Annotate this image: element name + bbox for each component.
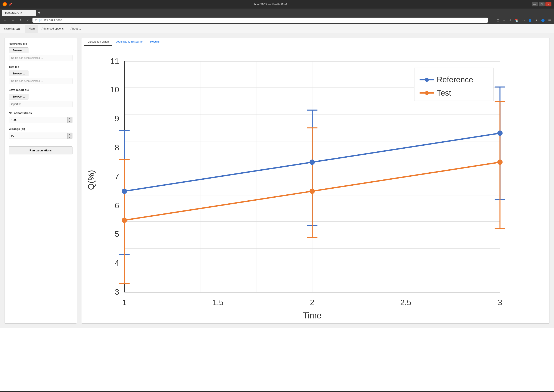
bootstraps-decrement-button[interactable]: ▼: [67, 120, 72, 123]
home-button[interactable]: ⌂: [25, 18, 31, 23]
new-tab-button[interactable]: +: [36, 9, 42, 16]
tab-advanced[interactable]: Advanced options: [38, 25, 67, 33]
firefox-logo: [3, 2, 7, 7]
svg-text:3: 3: [115, 288, 119, 296]
right-panel: Dissolution graph bootstrap f2 histogram…: [81, 38, 550, 323]
run-calculations-button[interactable]: Run calculations: [9, 147, 72, 154]
bookmarks-sidebar-button[interactable]: 📚: [514, 18, 520, 23]
pin-icon: 📌: [8, 3, 12, 6]
maximize-button[interactable]: □: [539, 2, 545, 7]
ci-range-section: CI range (%) ▲ ▼: [9, 127, 72, 139]
svg-text:3: 3: [498, 298, 502, 307]
tab-main[interactable]: Main: [25, 25, 38, 33]
svg-point-55: [310, 189, 315, 194]
svg-text:4: 4: [115, 259, 119, 267]
menu-button[interactable]: ☰: [547, 18, 552, 23]
save-report-section: Save report file Browse ... report.txt: [9, 88, 72, 107]
bootstraps-input[interactable]: [9, 117, 72, 123]
ci-range-increment-button[interactable]: ▲: [67, 133, 72, 136]
address-text: 127.0.0.1:5880: [44, 19, 62, 22]
app-brand: bootf2BCA: [3, 24, 23, 33]
save-report-label: Save report file: [9, 88, 72, 91]
report-file-display: report.txt: [9, 101, 72, 107]
svg-point-51: [122, 189, 127, 194]
svg-text:8: 8: [115, 143, 119, 152]
tab-label: bootf2BCA: [5, 11, 19, 14]
ci-range-label: CI range (%): [9, 127, 72, 130]
svg-text:5: 5: [115, 230, 119, 238]
address-bar[interactable]: 🛡 📄 127.0.0.1:5880: [32, 18, 488, 23]
svg-text:6: 6: [115, 201, 119, 210]
svg-text:2: 2: [310, 298, 314, 307]
svg-text:10: 10: [110, 85, 119, 94]
test-file-section: Test file Browse ... No file has been se…: [9, 65, 72, 84]
profile-button[interactable]: 👤: [527, 18, 533, 23]
extensions-button[interactable]: ✦: [534, 18, 539, 23]
security-icon: 🛡: [35, 19, 38, 22]
ci-range-input[interactable]: [9, 133, 72, 139]
test-file-display: No file has been selected ...: [9, 78, 72, 84]
svg-point-54: [122, 217, 127, 223]
bookmark-button[interactable]: ☆: [501, 18, 507, 23]
ci-range-decrement-button[interactable]: ▼: [67, 136, 72, 139]
svg-point-52: [310, 160, 315, 165]
ci-range-spin-buttons: ▲ ▼: [67, 133, 72, 139]
tab-dissolution-graph[interactable]: Dissolution graph: [84, 38, 112, 46]
reload-button[interactable]: ↻: [18, 17, 24, 23]
dissolution-chart: 11 10 9 8 7 6 5 4 3 1 1.5 2 2.5 3: [85, 48, 546, 318]
chart-tabs: Dissolution graph bootstrap f2 histogram…: [81, 38, 549, 46]
bootstraps-increment-button[interactable]: ▲: [67, 117, 72, 120]
reference-file-label: Reference file: [9, 42, 72, 45]
svg-point-62: [425, 91, 429, 95]
downloads-button[interactable]: ⬇: [508, 18, 513, 23]
svg-text:9: 9: [115, 114, 119, 123]
app-nav: bootf2BCA Main Advanced options About ..…: [0, 24, 554, 33]
more-options-button[interactable]: ···: [489, 18, 495, 23]
reference-file-display: No file has been selected ...: [9, 55, 72, 61]
window-title: bootf2BCA — Mozilla Firefox: [12, 3, 532, 6]
page-icon: 📄: [39, 19, 42, 22]
svg-point-53: [497, 130, 503, 136]
title-bar: 📌 bootf2BCA — Mozilla Firefox — □ ×: [0, 0, 554, 8]
svg-rect-57: [414, 68, 493, 101]
tab-about[interactable]: About ...: [67, 25, 84, 33]
tab-results[interactable]: Results: [147, 38, 163, 46]
chart-area: 11 10 9 8 7 6 5 4 3 1 1.5 2 2.5 3: [81, 46, 549, 323]
firefox-account-button[interactable]: 🔵: [540, 18, 546, 23]
nav-bar: ← → ↻ ⌂ 🛡 📄 127.0.0.1:5880 ··· ⊡ ☆ ⬇ 📚 ▭…: [0, 16, 554, 24]
close-window-button[interactable]: ×: [546, 2, 551, 7]
test-browse-button[interactable]: Browse ...: [9, 70, 28, 76]
svg-text:1: 1: [122, 298, 127, 307]
test-file-label: Test file: [9, 65, 72, 69]
app-body: Reference file Browse ... No file has be…: [0, 33, 554, 328]
bootstraps-input-wrapper: ▲ ▼: [9, 117, 72, 123]
reference-file-section: Reference file Browse ... No file has be…: [9, 42, 72, 61]
tab-bootstrap-histogram[interactable]: bootstrap f2 histogram: [112, 38, 147, 46]
bootstraps-section: No. of bootstraps ▲ ▼: [9, 112, 72, 123]
reader-view-button[interactable]: ▭: [521, 18, 526, 23]
bootstraps-spin-buttons: ▲ ▼: [67, 117, 72, 123]
tab-bar: bootf2BCA × +: [0, 8, 554, 16]
app-window: bootf2BCA Main Advanced options About ..…: [0, 24, 554, 391]
pocket-button[interactable]: ⊡: [495, 18, 501, 23]
svg-text:1.5: 1.5: [212, 298, 223, 307]
svg-text:Test: Test: [437, 89, 451, 97]
minimize-button[interactable]: —: [532, 2, 538, 7]
svg-text:11: 11: [110, 57, 119, 66]
svg-text:2.5: 2.5: [400, 298, 411, 307]
browser-tab[interactable]: bootf2BCA ×: [2, 10, 36, 16]
svg-point-59: [425, 78, 429, 82]
svg-text:7: 7: [115, 172, 119, 181]
svg-text:Reference: Reference: [437, 75, 473, 84]
save-browse-button[interactable]: Browse ...: [9, 94, 28, 99]
svg-point-56: [497, 160, 503, 165]
svg-text:Q(%): Q(%): [86, 170, 96, 190]
svg-text:Time: Time: [303, 311, 322, 318]
forward-button[interactable]: →: [10, 18, 17, 23]
reference-browse-button[interactable]: Browse ...: [9, 48, 28, 53]
back-button[interactable]: ←: [2, 18, 8, 23]
ci-range-input-wrapper: ▲ ▼: [9, 133, 72, 139]
tab-close-button[interactable]: ×: [20, 11, 22, 14]
bootstraps-label: No. of bootstraps: [9, 112, 72, 115]
left-panel: Reference file Browse ... No file has be…: [4, 38, 77, 323]
